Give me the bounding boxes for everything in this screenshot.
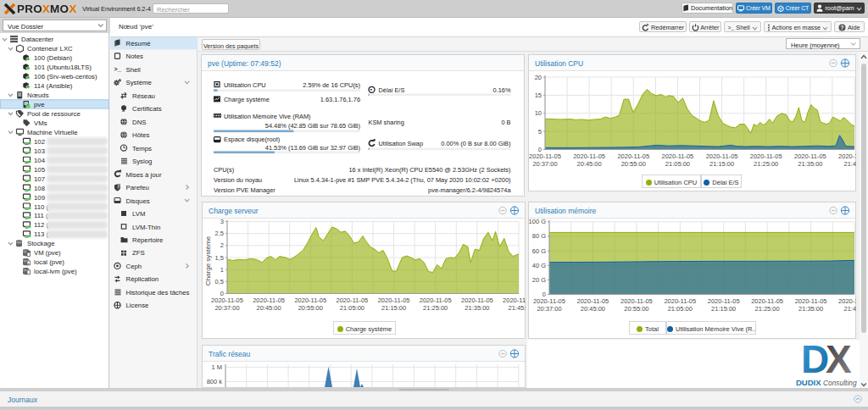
- svg-text:20:45:00: 20:45:00: [576, 160, 601, 168]
- svg-text:2020-11-05: 2020-11-05: [211, 296, 243, 304]
- svg-text:Répertoire: Répertoire: [132, 236, 163, 244]
- svg-text:2020-11-05: 2020-11-05: [503, 296, 526, 304]
- svg-text:LVM: LVM: [132, 210, 145, 218]
- svg-text:Parefeu: Parefeu: [126, 184, 149, 191]
- svg-text:21:05:00: 21:05:00: [668, 305, 693, 313]
- svg-text:2020-11-05: 2020-11-05: [533, 297, 565, 305]
- svg-text:54.48% (42.85 GiB sur 78.65 Gi: 54.48% (42.85 GiB sur 78.65 GiB): [265, 122, 360, 130]
- svg-text:local-lvm (pve): local-lvm (pve): [34, 268, 77, 275]
- svg-text:Hôtes: Hôtes: [132, 131, 149, 139]
- svg-text:21:25:00: 21:25:00: [754, 305, 779, 313]
- svg-text:111 (: 111 (: [34, 212, 48, 219]
- svg-text:0 B: 0 B: [501, 119, 510, 126]
- svg-text:2020-11-05: 2020-11-05: [706, 152, 738, 160]
- svg-text:20:55:00: 20:55:00: [621, 160, 646, 168]
- svg-text:107: 107: [34, 175, 45, 183]
- svg-text:Réseau: Réseau: [132, 92, 155, 100]
- svg-text:110 (: 110 (: [34, 203, 49, 211]
- svg-text:15: 15: [535, 91, 542, 99]
- svg-text:104: 104: [34, 157, 46, 164]
- svg-text:2020-11-05: 2020-11-05: [794, 152, 826, 160]
- svg-text:80 G: 80 G: [532, 232, 546, 240]
- svg-text:Version PVE Manager: Version PVE Manager: [214, 186, 275, 194]
- svg-text:Consulting: Consulting: [823, 379, 857, 387]
- svg-text:21:15:00: 21:15:00: [381, 304, 406, 312]
- svg-text:21:45:0: 21:45:0: [843, 305, 856, 313]
- svg-text:21:45:0: 21:45:0: [843, 160, 856, 168]
- svg-text:109: 109: [34, 194, 45, 202]
- svg-text:DNS: DNS: [132, 119, 146, 126]
- svg-text:Linux 5.4.34-1-pve #1 SMP PVE: Linux 5.4.34-1-pve #1 SMP PVE 5.4.34-2 (…: [294, 176, 511, 184]
- svg-text:21:15:00: 21:15:00: [711, 305, 736, 313]
- svg-text:Réplication: Réplication: [126, 275, 159, 283]
- svg-text:21:25:00: 21:25:00: [423, 304, 448, 312]
- svg-text:60 G: 60 G: [532, 247, 546, 255]
- svg-text:21:05:00: 21:05:00: [340, 304, 364, 312]
- svg-text:Temps: Temps: [132, 145, 152, 152]
- svg-text:ZFS: ZFS: [132, 249, 145, 257]
- svg-text:Utilisation Mémoire Vive (RAM): Utilisation Mémoire Vive (RAM): [224, 113, 311, 120]
- svg-text:Conteneur LXC: Conteneur LXC: [27, 45, 73, 53]
- svg-text:0.00% (0 B sur 8.00 GiB): 0.00% (0 B sur 8.00 GiB): [441, 140, 510, 147]
- svg-text:40 G: 40 G: [532, 262, 546, 269]
- svg-text:20:37:00: 20:37:00: [532, 160, 557, 168]
- svg-text:114 (Ansible): 114 (Ansible): [34, 82, 73, 90]
- svg-text:20:37:00: 20:37:00: [537, 305, 561, 313]
- svg-text:CPU(s): CPU(s): [214, 166, 234, 174]
- svg-text:Nœuds: Nœuds: [27, 91, 49, 99]
- svg-text:Syslog: Syslog: [132, 158, 152, 165]
- svg-text:Machine Virtuelle: Machine Virtuelle: [27, 129, 78, 136]
- svg-text:Certificats: Certificats: [132, 105, 162, 113]
- svg-text:License: License: [126, 302, 149, 309]
- svg-text:Historique des tâches: Historique des tâches: [126, 289, 190, 296]
- svg-text:113 (: 113 (: [34, 230, 49, 238]
- svg-text:2020-11-05: 2020-11-05: [573, 152, 605, 160]
- svg-text:16 x Intel(R) Xeon(R) CPU E554: 16 x Intel(R) Xeon(R) CPU E5540 @ 2.53GH…: [348, 166, 510, 174]
- svg-text:102: 102: [34, 138, 45, 146]
- svg-text:112 (: 112 (: [34, 221, 49, 229]
- svg-text:Délai E/S: Délai E/S: [379, 86, 405, 94]
- svg-text:20:45:00: 20:45:00: [256, 304, 281, 312]
- svg-text:1,5: 1,5: [215, 254, 224, 262]
- svg-text:?: ?: [841, 25, 844, 30]
- svg-text:X: X: [826, 341, 852, 381]
- svg-text:0.16%: 0.16%: [493, 86, 511, 94]
- svg-text:100 (Debian): 100 (Debian): [34, 54, 72, 62]
- svg-text:Ceph: Ceph: [126, 263, 142, 270]
- svg-text:1 M: 1 M: [211, 363, 222, 371]
- svg-text:Espace disque(root): Espace disque(root): [224, 136, 280, 143]
- svg-text:Stockage: Stockage: [27, 240, 55, 247]
- svg-text:Système: Système: [126, 79, 152, 86]
- svg-text:21:45:0: 21:45:0: [508, 304, 526, 312]
- svg-text:2020-11-05: 2020-11-05: [461, 296, 493, 304]
- svg-text:108: 108: [34, 185, 45, 192]
- svg-text:103: 103: [34, 147, 45, 155]
- svg-text:21:05:00: 21:05:00: [665, 160, 690, 168]
- svg-text:2020-11-05: 2020-11-05: [838, 297, 856, 305]
- svg-text:106 (Srv-web-centos): 106 (Srv-web-centos): [34, 73, 97, 80]
- svg-text:Shell: Shell: [126, 66, 142, 74]
- svg-text:2020-11-05: 2020-11-05: [336, 296, 368, 304]
- svg-text:2: 2: [220, 241, 224, 249]
- svg-text:2020-11-05: 2020-11-05: [294, 296, 326, 304]
- svg-text:1.63,1.76,1.76: 1.63,1.76,1.76: [320, 96, 360, 103]
- svg-text:pve: pve: [34, 101, 45, 108]
- svg-text:Pool de ressource: Pool de ressource: [27, 110, 81, 118]
- svg-text:5: 5: [538, 128, 542, 136]
- svg-text:KSM sharing: KSM sharing: [369, 119, 404, 126]
- svg-text:Charge système: Charge système: [224, 96, 270, 103]
- svg-text:20 G: 20 G: [532, 276, 546, 284]
- svg-text:Utilisation Swap: Utilisation Swap: [379, 140, 424, 147]
- svg-text:2020-11-05: 2020-11-05: [661, 152, 693, 160]
- svg-text:800 k: 800 k: [207, 378, 223, 385]
- svg-text:Version du noyau: Version du noyau: [214, 176, 262, 184]
- svg-text:21:35:00: 21:35:00: [798, 160, 822, 168]
- svg-text:2020-11-05: 2020-11-05: [795, 297, 827, 305]
- svg-text:2020-11-05: 2020-11-05: [708, 297, 740, 305]
- svg-text:Charge système: Charge système: [204, 235, 212, 285]
- svg-text:2020-11-05: 2020-11-05: [529, 152, 561, 160]
- svg-text:2020-11-05: 2020-11-05: [838, 152, 856, 160]
- svg-text:2,5: 2,5: [215, 230, 224, 237]
- svg-text:3: 3: [220, 218, 224, 225]
- svg-text:105: 105: [34, 166, 46, 174]
